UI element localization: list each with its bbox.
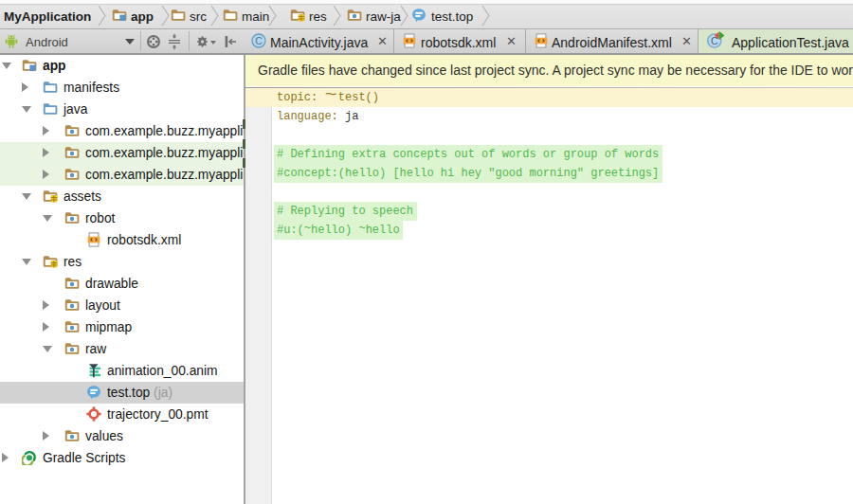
svg-text:C: C — [255, 35, 263, 46]
